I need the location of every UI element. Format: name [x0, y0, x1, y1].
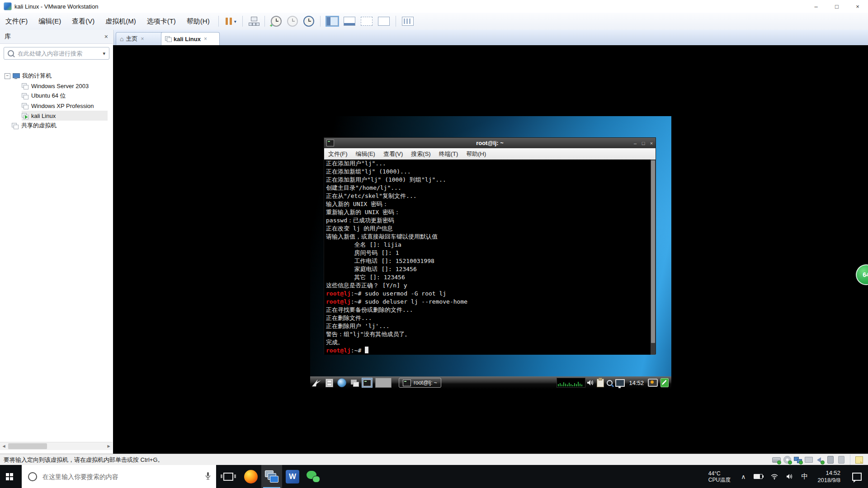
collapse-icon[interactable]: − [5, 73, 10, 79]
tree-item-shared-vms[interactable]: 共享的虚拟机 [12, 121, 125, 131]
screenshot-tool-button[interactable] [607, 380, 613, 386]
terminal-menu-search[interactable]: 搜索(S) [407, 150, 434, 158]
close-icon[interactable]: × [104, 33, 108, 40]
windows-search-input[interactable] [42, 473, 200, 481]
taskbar-app-firefox[interactable] [241, 465, 261, 488]
terminal-scrollbar[interactable] [651, 160, 656, 355]
windows-search-box[interactable] [22, 465, 216, 488]
terminal-titlebar[interactable]: root@lj: ~ – □ × [324, 138, 656, 148]
desktop-pager[interactable] [375, 378, 392, 388]
fullscreen-button[interactable] [358, 14, 375, 28]
windows-icon [351, 380, 359, 386]
terminal-launcher-button[interactable] [362, 378, 373, 388]
manage-snapshots-button[interactable] [301, 14, 317, 28]
terminal-menu-view[interactable]: 查看(V) [379, 150, 407, 158]
display-settings-button[interactable] [615, 379, 625, 387]
sound-device-button[interactable] [815, 456, 824, 464]
web-browser-button[interactable] [336, 378, 347, 388]
terminal-menu-help[interactable]: 帮助(H) [462, 150, 490, 158]
search-input[interactable] [17, 50, 101, 57]
logout-button[interactable] [660, 378, 669, 387]
minimize-button[interactable]: – [806, 0, 826, 13]
unity-mode-button[interactable] [375, 14, 392, 28]
menu-help[interactable]: 帮助(H) [181, 13, 215, 30]
power-pause-button[interactable]: ▾ [222, 14, 239, 28]
menu-edit[interactable]: 编辑(E) [33, 13, 66, 30]
library-sidebar: 库 × ▾ − 我的计算机 Windows Server 2003 Ubuntu… [0, 30, 113, 454]
taskbar-clock[interactable]: 14:52 2018/9/8 [817, 469, 840, 484]
tab-home[interactable]: ⌂ 主页 × [116, 32, 167, 45]
library-search[interactable]: ▾ [4, 47, 109, 60]
harddisk-device-button[interactable] [772, 456, 781, 464]
clipboard-icon [597, 379, 604, 387]
terminal-prompt: root@lj [326, 347, 351, 354]
menu-file[interactable]: 文件(F) [0, 13, 33, 30]
terminal-window[interactable]: root@lj: ~ – □ × 文件(F) 编辑(E) 查看(V) 搜索(S)… [324, 137, 656, 354]
menu-view[interactable]: 查看(V) [66, 13, 100, 30]
volume-icon[interactable] [786, 474, 793, 479]
show-thumbnail-bar-button[interactable] [341, 14, 358, 28]
cpu-temp-widget[interactable]: 44°C CPU温度 [708, 470, 731, 483]
workspaces-button[interactable] [349, 378, 360, 388]
start-button[interactable] [0, 465, 22, 488]
close-button[interactable]: × [847, 0, 868, 13]
close-button[interactable]: × [647, 141, 656, 146]
taskbar-window-button[interactable]: root@lj: ~ [399, 378, 441, 388]
chevron-down-icon[interactable]: ▾ [234, 19, 236, 24]
toolbar-separator [320, 16, 321, 27]
close-icon[interactable]: × [141, 36, 144, 42]
wifi-icon[interactable] [771, 474, 778, 479]
console-view-button[interactable] [399, 14, 416, 28]
show-library-button[interactable] [324, 14, 341, 28]
network-device-button[interactable] [793, 456, 802, 464]
taskbar-app-wechat[interactable] [303, 465, 324, 488]
task-view-button[interactable] [223, 473, 233, 481]
tree-item-my-computer[interactable]: − 我的计算机 [5, 71, 118, 81]
terminal-cursor [365, 347, 368, 353]
terminal-line: root@lj:~# sudo deluser lj --remove-home [324, 298, 656, 306]
battery-icon[interactable] [754, 474, 763, 479]
action-center-icon[interactable] [852, 473, 862, 481]
terminal-menu-file[interactable]: 文件(F) [324, 150, 352, 158]
horizontal-scrollbar[interactable]: ◀ ▶ [0, 442, 113, 450]
send-ctrl-alt-del-button[interactable] [246, 14, 261, 28]
terminal-menu-edit[interactable]: 编辑(E) [352, 150, 379, 158]
clipboard-button[interactable] [597, 379, 604, 387]
system-monitor-graph[interactable] [557, 378, 585, 388]
tree-item-kali-linux[interactable]: kali Linux [22, 111, 108, 121]
terminal-menu-terminal[interactable]: 终端(T) [435, 150, 462, 158]
scrollbar-thumb[interactable] [651, 160, 655, 343]
ime-indicator[interactable]: 中 [801, 472, 808, 481]
minimize-button[interactable]: – [631, 141, 639, 146]
volume-button[interactable] [587, 380, 594, 386]
revert-snapshot-button[interactable] [284, 14, 301, 28]
screen-recorder-button[interactable] [648, 379, 658, 387]
clock-time: 14:52 [817, 469, 840, 477]
taskbar-app-vmware[interactable] [261, 465, 282, 488]
close-icon[interactable]: × [204, 36, 207, 42]
usb-device-button[interactable] [837, 456, 846, 464]
usb-icon [838, 456, 844, 464]
kali-menu-button[interactable] [311, 378, 322, 388]
printer-device-button[interactable] [804, 456, 813, 464]
scroll-right-icon[interactable]: ▶ [105, 442, 113, 450]
microphone-icon[interactable] [205, 472, 211, 482]
scroll-left-icon[interactable]: ◀ [0, 442, 8, 450]
take-snapshot-button[interactable]: + [268, 14, 284, 28]
usb-device-button[interactable] [826, 456, 835, 464]
message-log-button[interactable] [854, 456, 863, 464]
menu-vm[interactable]: 虚拟机(M) [100, 13, 142, 30]
kali-clock[interactable]: 14:52 [629, 380, 644, 386]
file-manager-button[interactable] [324, 378, 335, 388]
scrollbar-thumb[interactable] [8, 443, 47, 449]
maximize-button[interactable]: □ [639, 141, 647, 146]
menu-tabs[interactable]: 选项卡(T) [142, 13, 181, 30]
tray-chevron-icon[interactable]: ∧ [741, 473, 745, 480]
chevron-down-icon[interactable]: ▾ [103, 51, 105, 56]
terminal-output[interactable]: 正在添加用户"lj"...正在添加新组"lj" (1000)...正在添加新用户… [324, 160, 656, 355]
cdrom-device-button[interactable] [783, 456, 792, 464]
tab-kali-linux[interactable]: kali Linux × [161, 32, 220, 45]
taskbar-app-word[interactable]: W [282, 465, 303, 488]
cpu-temp-value: 44°C [708, 470, 731, 477]
maximize-button[interactable]: □ [826, 0, 847, 13]
